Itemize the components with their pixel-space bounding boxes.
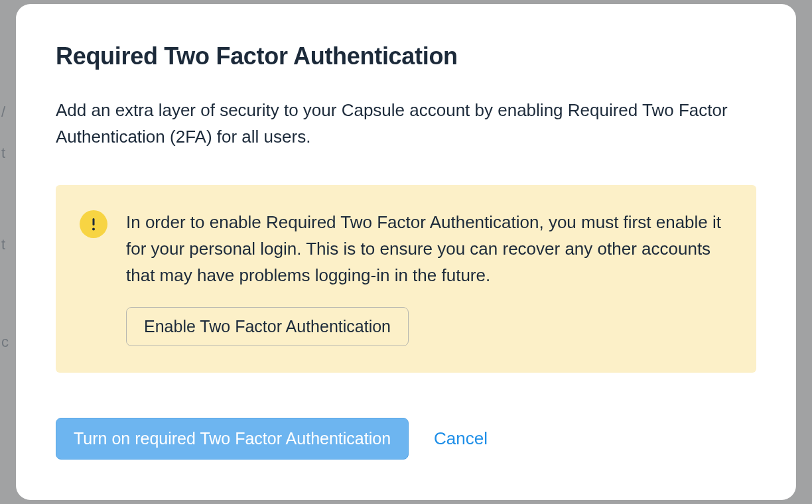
background-fragment: t — [1, 236, 5, 253]
background-fragment: c — [1, 334, 9, 351]
warning-icon — [80, 210, 107, 238]
warning-content: In order to enable Required Two Factor A… — [126, 209, 728, 347]
cancel-button[interactable]: Cancel — [431, 423, 490, 454]
background-fragment: t — [1, 145, 5, 162]
background-fragment: / — [1, 103, 5, 121]
turn-on-required-2fa-button[interactable]: Turn on required Two Factor Authenticati… — [56, 418, 409, 460]
enable-2fa-button[interactable]: Enable Two Factor Authentication — [126, 307, 409, 346]
modal-title: Required Two Factor Authentication — [56, 42, 756, 70]
two-factor-modal: Required Two Factor Authentication Add a… — [16, 4, 796, 500]
svg-point-1 — [92, 227, 95, 230]
svg-rect-0 — [93, 218, 95, 225]
modal-description: Add an extra layer of security to your C… — [56, 97, 756, 151]
modal-actions: Turn on required Two Factor Authenticati… — [56, 418, 756, 460]
warning-text: In order to enable Required Two Factor A… — [126, 209, 728, 289]
warning-alert: In order to enable Required Two Factor A… — [56, 185, 756, 373]
